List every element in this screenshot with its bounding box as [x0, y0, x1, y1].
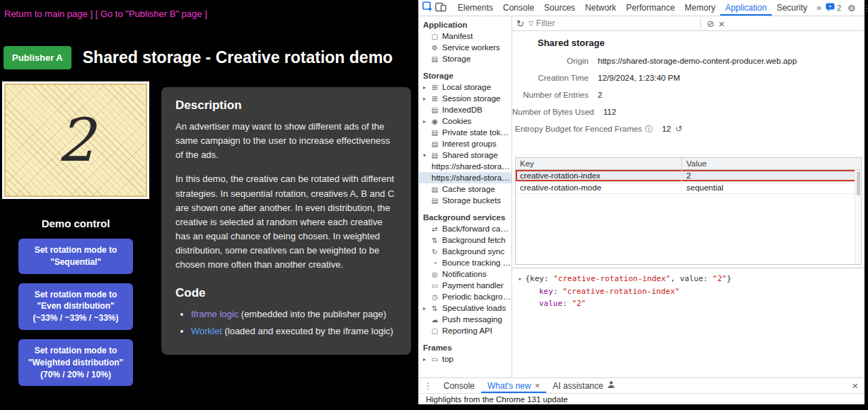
sidebar-item-label: https://shared-storage…	[432, 173, 511, 182]
sidebar-item-background-fetch[interactable]: ⇅Background fetch	[419, 234, 511, 246]
sidebar-item-session-storage[interactable]: ▸⊞Session storage	[419, 93, 511, 104]
ad-creative-frame[interactable]: 2	[2, 81, 149, 199]
sidebar-item-reporting-api[interactable]: ▢Reporting API	[419, 325, 511, 336]
issues-counter[interactable]: 2	[826, 3, 841, 13]
chevron-right-icon[interactable]: ▸	[423, 305, 430, 312]
sidebar-item-storage-buckets[interactable]: ▤Storage buckets	[419, 195, 511, 206]
block-icon[interactable]: ⊘	[707, 18, 714, 29]
even-distribution-mode-button[interactable]: Set rotation mode to "Even distribution"…	[18, 283, 133, 330]
tab-security[interactable]: Security	[772, 0, 812, 16]
list-item-text: (embedded into the publisher page)	[238, 309, 386, 319]
property-value: "creative-rotation-index"	[562, 287, 680, 296]
field-label: Number of Bytes Used	[512, 108, 594, 117]
swap-arrows-icon: ⇄	[430, 225, 439, 233]
sidebar-item-manifest[interactable]: ▢Manifest	[419, 30, 511, 42]
filter-input[interactable]	[536, 18, 671, 28]
sidebar-item-label: Periodic backgroun…	[442, 292, 511, 301]
scrollbar-thumb[interactable]	[857, 171, 860, 195]
chevron-right-icon[interactable]: ▸	[423, 96, 430, 102]
worklet-link[interactable]: Worklet	[191, 326, 222, 336]
go-publisher-b-link[interactable]: [ Go to "Publisher B" page ]	[96, 8, 207, 19]
close-drawer-icon[interactable]: ×	[845, 380, 864, 392]
table-scrollbar[interactable]	[855, 170, 861, 264]
sidebar-item-notifications[interactable]: ◎Notifications	[419, 268, 511, 280]
sidebar-item-shared-storage-origin-2[interactable]: https://shared-storage…	[419, 172, 511, 183]
preview-property: key"creative-rotation-index"	[518, 285, 859, 298]
sidebar-item-periodic-background-sync[interactable]: ◷Periodic backgroun…	[419, 291, 511, 302]
pane-toolbar: ↻ ▽ ⊘ ×	[512, 16, 864, 31]
info-icon[interactable]: ⓘ	[645, 125, 653, 134]
sidebar-item-private-state-tokens[interactable]: ▤Private state tokens	[419, 127, 511, 138]
sidebar-item-label: Background fetch	[442, 236, 506, 244]
iframe-logic-link[interactable]: Iframe logic	[191, 309, 238, 319]
sidebar-item-push-messaging[interactable]: ☁Push messaging	[419, 314, 511, 325]
field-value: 112	[603, 108, 616, 117]
sidebar-item-cookies[interactable]: ▸◉Cookies	[419, 115, 511, 127]
sidebar-item-service-workers[interactable]: ⚙Service workers	[419, 42, 511, 53]
field-number-of-bytes-used: Number of Bytes Used 112	[512, 108, 864, 117]
sidebar-item-top-frame[interactable]: ▸▭top	[419, 353, 511, 365]
sidebar-item-local-storage[interactable]: ▸⊞Local storage	[419, 81, 511, 93]
sidebar-item-bounce-tracking[interactable]: ◔Bounce tracking miti…	[419, 257, 511, 268]
more-tabs-icon[interactable]: »	[812, 3, 826, 13]
preview-property: value"2"	[518, 297, 859, 310]
refresh-icon[interactable]: ↻	[516, 18, 524, 29]
chevron-right-icon[interactable]: ▸	[423, 118, 430, 125]
pane-content: Shared storage Origin https://shared-sto…	[512, 31, 864, 377]
sidebar-item-label: Shared storage	[442, 151, 498, 159]
sidebar-item-storage[interactable]: ▤Storage	[419, 53, 511, 64]
return-main-page-link[interactable]: Return to main page ]	[4, 8, 93, 19]
screen: Return to main page ] [ Go to "Publisher…	[0, 0, 868, 410]
tab-application[interactable]: Application	[720, 0, 772, 16]
drawer-tab-whats-new[interactable]: What's new ×	[481, 378, 546, 393]
list-item: Iframe logic (embedded into the publishe…	[191, 307, 397, 321]
sidebar-item-payment-handler[interactable]: ▭Payment handler	[419, 280, 511, 291]
field-value: 12/9/2024, 1:23:40 PM	[598, 74, 680, 83]
close-filter-icon[interactable]: ×	[719, 18, 725, 30]
kebab-menu-icon[interactable]: ⋮	[862, 3, 868, 13]
chevron-down-icon[interactable]: ▾	[423, 152, 430, 159]
table-row-creative-rotation-index[interactable]: creative-rotation-index 2	[516, 170, 861, 182]
tab-memory[interactable]: Memory	[680, 0, 720, 16]
sidebar-item-label: Notifications	[442, 270, 487, 278]
sidebar-item-back-forward-cache[interactable]: ⇄Back/forward cache	[419, 223, 511, 234]
chevron-right-icon[interactable]: ▸	[423, 84, 430, 91]
tab-performance[interactable]: Performance	[621, 0, 680, 16]
field-number-of-entries: Number of Entries 2	[512, 91, 864, 100]
inspect-element-icon[interactable]	[422, 1, 434, 14]
database-icon: ▤	[430, 55, 439, 63]
preview-text: {key:	[525, 274, 553, 283]
field-label-text: Entropy Budget for Fenced Frames	[515, 125, 642, 134]
sidebar-item-background-sync[interactable]: ↻Background sync	[419, 246, 511, 257]
sidebar-item-speculative-loads[interactable]: ▸⇅Speculative loads	[419, 302, 511, 314]
weighted-distribution-mode-button[interactable]: Set rotation mode to "Weighted distribut…	[18, 339, 133, 386]
sidebar-item-shared-storage-origin-1[interactable]: https://shared-storage…	[419, 161, 511, 172]
sidebar-item-shared-storage[interactable]: ▾▤Shared storage	[419, 149, 511, 161]
sidebar-item-label: Storage buckets	[442, 196, 501, 205]
reset-budget-icon[interactable]: ↺	[675, 125, 682, 134]
demo-control-buttons: Set rotation mode to "Sequential" Set ro…	[2, 239, 149, 386]
cell-key: creative-rotation-mode	[516, 183, 681, 192]
sidebar-item-indexeddb[interactable]: ▤IndexedDB	[419, 104, 511, 115]
chevron-right-icon[interactable]: ▸	[423, 356, 430, 363]
close-whats-new-icon[interactable]: ×	[535, 380, 540, 391]
sequential-mode-button[interactable]: Set rotation mode to "Sequential"	[18, 239, 133, 274]
tabbar-left-icons	[419, 1, 450, 14]
sidebar-item-interest-groups[interactable]: ▤Interest groups	[419, 138, 511, 149]
frame-icon: ▭	[430, 355, 439, 363]
whats-new-content: Highlights from the Chrome 131 update	[419, 393, 864, 404]
sidebar-item-cache-storage[interactable]: ▤Cache storage	[419, 183, 511, 195]
tab-elements[interactable]: Elements	[453, 0, 498, 16]
tab-sources[interactable]: Sources	[539, 0, 580, 16]
tab-network[interactable]: Network	[580, 0, 621, 16]
table-row-creative-rotation-mode[interactable]: creative-rotation-mode sequential	[516, 182, 861, 194]
device-toolbar-icon[interactable]	[435, 2, 446, 14]
whats-new-heading: Highlights from the Chrome 131 update	[426, 395, 568, 404]
expand-caret-icon[interactable]: ▾	[518, 275, 521, 283]
drawer-tab-console[interactable]: Console	[437, 378, 481, 393]
drawer-menu-icon[interactable]: ⋮	[419, 381, 437, 391]
tab-console[interactable]: Console	[498, 0, 539, 16]
drawer-tab-ai-assistance[interactable]: AI assistance	[546, 378, 621, 393]
publisher-badge: Publisher A	[4, 46, 71, 69]
settings-gear-icon[interactable]: ⚙	[847, 3, 856, 13]
